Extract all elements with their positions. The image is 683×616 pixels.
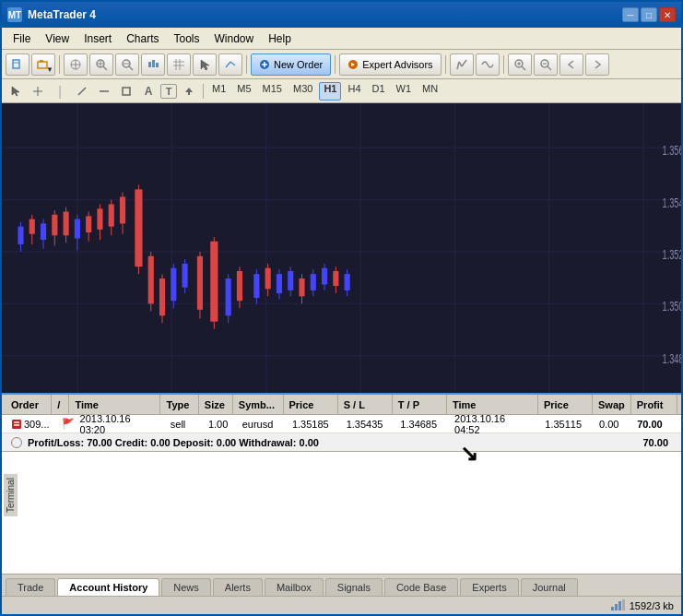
tab-news[interactable]: News — [161, 578, 211, 596]
window-title: MetaTrader 4 — [28, 8, 96, 21]
toolbar-left-arrow[interactable] — [559, 53, 583, 76]
toolbar-zoom-minus[interactable] — [534, 53, 558, 76]
svg-rect-67 — [86, 216, 91, 232]
svg-rect-73 — [120, 196, 125, 223]
toolbar-new-btn[interactable] — [6, 53, 29, 76]
svg-rect-128 — [622, 599, 625, 610]
svg-rect-115 — [12, 420, 21, 429]
tool-hline[interactable] — [94, 82, 114, 101]
tf-d1[interactable]: D1 — [368, 82, 390, 101]
tf-h4[interactable]: H4 — [343, 82, 365, 101]
tab-journal[interactable]: Journal — [521, 578, 578, 596]
svg-rect-126 — [615, 604, 618, 610]
svg-rect-79 — [159, 278, 165, 315]
cell-price: 1.35185 — [287, 415, 341, 432]
tab-alerts[interactable]: Alerts — [213, 578, 263, 596]
tool-text[interactable]: A — [138, 82, 159, 101]
tool-label-t[interactable]: T — [160, 84, 177, 99]
restore-button[interactable]: □ — [641, 7, 657, 22]
minimize-button[interactable]: ─ — [622, 7, 639, 22]
svg-rect-77 — [148, 256, 154, 304]
col-order: Order — [6, 395, 52, 414]
toolbar-wave[interactable] — [476, 53, 500, 76]
toolbar-1: ▼ — [2, 50, 681, 79]
tab-experts[interactable]: Experts — [460, 578, 518, 596]
svg-text:1.3500: 1.3500 — [663, 299, 681, 314]
col-swap: Swap — [593, 395, 631, 414]
toolbar-btn-cross[interactable] — [64, 53, 88, 76]
tab-signals[interactable]: Signals — [325, 578, 383, 596]
svg-rect-85 — [197, 256, 203, 310]
toolbar-zoom-out[interactable] — [115, 53, 139, 76]
main-window: MT MetaTrader 4 ─ □ ✕ File View Insert C… — [0, 0, 683, 616]
new-order-button[interactable]: New Order — [251, 53, 331, 76]
toolbar-open-btn[interactable]: ▼ — [31, 53, 55, 76]
col-type: Type — [160, 395, 198, 414]
svg-rect-95 — [265, 268, 271, 290]
summary-text: Profit/Loss: 70.00 Credit: 0.00 Deposit:… — [28, 437, 319, 448]
tf-m5[interactable]: M5 — [232, 82, 255, 101]
tf-m1[interactable]: M1 — [207, 82, 230, 101]
toolbar-chart-type[interactable] — [141, 53, 165, 76]
tf-m15[interactable]: M15 — [258, 82, 287, 101]
toolbar-right-arrow[interactable] — [585, 53, 609, 76]
tab-account-history[interactable]: Account History — [57, 578, 159, 596]
svg-rect-105 — [322, 268, 327, 285]
svg-rect-83 — [183, 264, 188, 288]
tab-trade[interactable]: Trade — [6, 578, 55, 596]
svg-rect-55 — [18, 227, 23, 244]
tool-shapes[interactable] — [116, 82, 136, 101]
svg-rect-107 — [333, 271, 338, 286]
cell-tp: 1.34685 — [394, 415, 449, 432]
tab-mailbox[interactable]: Mailbox — [265, 578, 324, 596]
close-button[interactable]: ✕ — [659, 7, 676, 22]
tf-h1[interactable]: H1 — [319, 82, 341, 101]
toolbar-zoom-in[interactable] — [89, 53, 113, 76]
toolbar-grid-btn[interactable] — [167, 53, 191, 76]
toolbar-sep-1 — [59, 55, 60, 74]
tool-line[interactable] — [72, 82, 92, 101]
tab-codebase[interactable]: Code Base — [384, 578, 458, 596]
menu-charts[interactable]: Charts — [119, 30, 166, 47]
summary-circle — [11, 437, 22, 448]
svg-text:1.3520: 1.3520 — [663, 247, 681, 263]
menu-window[interactable]: Window — [207, 30, 262, 47]
cell-order: 309... — [6, 415, 56, 432]
new-order-label: New Order — [274, 59, 323, 70]
tool-cursor[interactable] — [6, 82, 26, 101]
svg-line-28 — [462, 60, 466, 66]
table-row[interactable]: 309... 🚩 2013.10.16 03:20 sell 1.00 euru… — [2, 415, 681, 433]
svg-rect-15 — [156, 63, 159, 67]
cell-closetime: 2013.10.16 04:52 — [449, 415, 539, 432]
cell-swap: 0.00 — [594, 415, 631, 432]
svg-line-20 — [226, 62, 230, 67]
toolbar-zoom-plus[interactable] — [508, 53, 532, 76]
col-closetime: Time — [447, 395, 538, 414]
col-price: Price — [284, 395, 338, 414]
expert-advisors-button[interactable]: Expert Advisors — [339, 53, 441, 76]
menu-view[interactable]: View — [38, 30, 77, 47]
svg-line-38 — [78, 88, 86, 95]
toolbar-cursor[interactable] — [193, 53, 217, 76]
window-controls: ─ □ ✕ — [622, 7, 676, 22]
menu-tools[interactable]: Tools — [167, 30, 207, 47]
tf-mn[interactable]: MN — [418, 82, 442, 101]
col-size: Size — [199, 395, 233, 414]
menu-insert[interactable]: Insert — [77, 30, 119, 47]
tool-arrows[interactable] — [179, 82, 199, 101]
tf-w1[interactable]: W1 — [392, 82, 417, 101]
memory-usage: 1592/3 kb — [630, 600, 674, 611]
toolbar-indicator[interactable] — [218, 53, 242, 76]
menu-help[interactable]: Help — [261, 30, 299, 47]
chart-area[interactable]: 1.3560 1.3540 1.3520 1.3500 1.3480 — [2, 103, 681, 393]
toolbar-chart-line[interactable] — [450, 53, 474, 76]
tf-m30[interactable]: M30 — [289, 82, 317, 101]
svg-line-7 — [103, 66, 107, 70]
col-sort[interactable]: / — [52, 395, 69, 414]
menu-file[interactable]: File — [6, 30, 38, 47]
svg-rect-69 — [97, 208, 102, 230]
tool-separator-v: | — [50, 82, 70, 101]
col-time: Time — [69, 395, 160, 414]
tool-crosshair[interactable] — [28, 82, 48, 101]
terminal-label: Terminal — [4, 474, 18, 516]
